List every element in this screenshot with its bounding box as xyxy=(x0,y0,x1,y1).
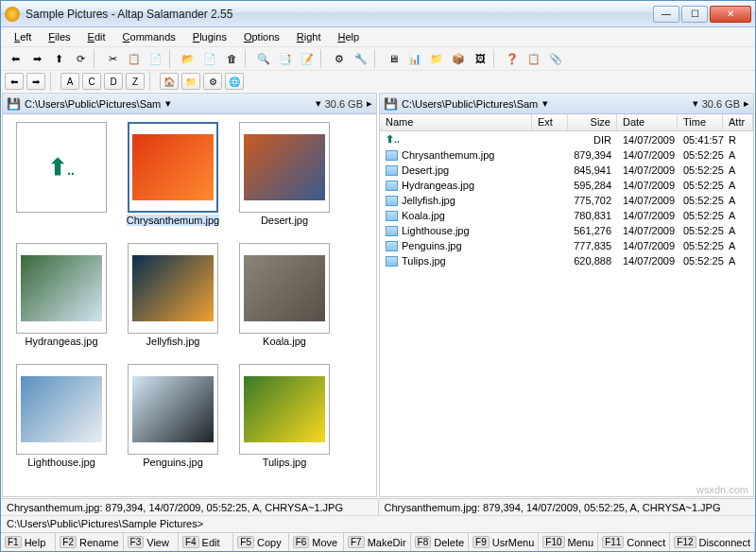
header-time[interactable]: Time xyxy=(678,114,723,130)
left-pathbar[interactable]: 💾 C:\Users\Public\Pictures\Sample Pictur… xyxy=(3,94,376,114)
toolbar-button-24[interactable]: 🖼 xyxy=(470,48,490,69)
fnkey-f11[interactable]: F11Connect xyxy=(598,533,670,551)
file-row[interactable]: Desert.jpg845,94114/07/200905:52:25A xyxy=(380,163,753,178)
header-name[interactable]: Name xyxy=(380,114,532,130)
file-time: 05:52:25 xyxy=(678,194,723,207)
header-size[interactable]: Size xyxy=(568,114,617,130)
file-time: 05:52:25 xyxy=(678,148,723,162)
thumb-item[interactable]: Lighthouse.jpg xyxy=(10,364,112,468)
fnkey-f1[interactable]: F1Help xyxy=(1,533,56,551)
menu-commands[interactable]: Commands xyxy=(115,29,183,44)
thumb-item[interactable]: Penguins.jpg xyxy=(122,364,224,468)
toolbar-button-9[interactable]: 📂 xyxy=(178,48,198,69)
menu-right[interactable]: Right xyxy=(289,29,329,44)
nav-button-1[interactable]: ➡ xyxy=(26,73,45,90)
drivebar-extra-0[interactable]: 🏠 xyxy=(160,73,179,90)
header-date[interactable]: Date xyxy=(617,114,678,130)
toolbar-button-1[interactable]: ➡ xyxy=(26,48,47,69)
toolbar-button-26[interactable]: ❓ xyxy=(502,48,523,69)
toolbar-button-13[interactable]: 🔍 xyxy=(253,48,274,69)
thumb-label: Koala.jpg xyxy=(263,336,306,347)
thumb-item[interactable]: Chrysanthemum.jpg xyxy=(122,122,224,226)
menu-plugins[interactable]: Plugins xyxy=(185,29,234,44)
toolbar-button-10[interactable]: 📄 xyxy=(199,48,220,69)
file-row[interactable]: Penguins.jpg777,83514/07/200905:52:25A xyxy=(380,238,753,253)
row-parent-dir[interactable]: ⬆..DIR14/07/200905:41:57R xyxy=(380,131,753,147)
thumb-item[interactable]: Koala.jpg xyxy=(233,243,335,347)
thumb-item[interactable]: Jellyfish.jpg xyxy=(122,243,224,347)
thumb-item[interactable]: Hydrangeas.jpg xyxy=(10,243,112,347)
toolbar-button-7[interactable]: 📄 xyxy=(146,48,166,69)
command-line[interactable]: C:\Users\Public\Pictures\Sample Pictures… xyxy=(1,515,755,532)
dropdown-icon[interactable]: ▾ xyxy=(316,97,321,110)
chevron-icon[interactable]: ▸ xyxy=(367,97,372,110)
fnkey-f9[interactable]: F9UsrMenu xyxy=(469,533,539,551)
drivebar-extra-2[interactable]: ⚙ xyxy=(203,73,222,90)
drive-d[interactable]: D xyxy=(104,73,123,90)
details-header[interactable]: Name Ext Size Date Time Attr xyxy=(380,114,753,131)
fnkey-f7[interactable]: F7MakeDir xyxy=(344,533,411,551)
drive-c[interactable]: C xyxy=(82,73,101,90)
thumb-item[interactable]: Desert.jpg xyxy=(233,122,335,226)
app-window: Sample Pictures - Altap Salamander 2.55 … xyxy=(0,0,756,552)
fnkey-f8[interactable]: F8Delete xyxy=(411,533,469,551)
dropdown-icon[interactable]: ▾ xyxy=(693,97,698,110)
filter-icon[interactable]: ▾ xyxy=(542,97,548,110)
toolbar-button-20[interactable]: 🖥 xyxy=(383,48,404,69)
menu-left[interactable]: Left xyxy=(7,29,39,44)
right-pathbar[interactable]: 💾 C:\Users\Public\Pictures\Sample Pictur… xyxy=(380,94,753,114)
file-row[interactable]: Hydrangeas.jpg595,28414/07/200905:52:25A xyxy=(380,178,753,193)
file-row[interactable]: Chrysanthemum.jpg879,39414/07/200905:52:… xyxy=(380,147,753,163)
minimize-button[interactable]: — xyxy=(653,6,679,23)
fnkey-f12[interactable]: F12Disconnect xyxy=(670,533,755,551)
key-badge: F9 xyxy=(472,536,490,548)
menubar: LeftFilesEditCommandsPluginsOptionsRight… xyxy=(1,27,755,46)
toolbar-button-27[interactable]: 📋 xyxy=(524,48,544,69)
drive-a[interactable]: A xyxy=(60,73,79,90)
menu-help[interactable]: Help xyxy=(331,29,368,44)
fnkey-label: Move xyxy=(312,537,337,548)
toolbar-button-3[interactable]: ⟳ xyxy=(70,48,91,69)
fnkey-f4[interactable]: F4Edit xyxy=(179,533,233,551)
file-row[interactable]: Jellyfish.jpg775,70214/07/200905:52:25A xyxy=(380,193,753,208)
chevron-icon[interactable]: ▸ xyxy=(744,97,749,110)
thumb-up[interactable]: ⬆.. xyxy=(10,122,112,226)
toolbar-button-11[interactable]: 🗑 xyxy=(221,48,242,69)
fnkey-f5[interactable]: F5Copy xyxy=(233,533,288,551)
fnkey-f6[interactable]: F6Move xyxy=(289,533,344,551)
file-attr: A xyxy=(723,164,753,177)
toolbar-button-18[interactable]: 🔧 xyxy=(351,48,371,69)
file-row[interactable]: Tulips.jpg620,88814/07/200905:52:25A xyxy=(380,253,753,268)
header-attr[interactable]: Attr xyxy=(723,114,753,130)
header-ext[interactable]: Ext xyxy=(532,114,568,130)
nav-button-0[interactable]: ⬅ xyxy=(5,73,24,90)
menu-options[interactable]: Options xyxy=(236,29,287,44)
toolbar-button-23[interactable]: 📦 xyxy=(448,48,469,69)
filter-icon[interactable]: ▾ xyxy=(165,97,171,110)
drivebar-extra-1[interactable]: 📁 xyxy=(181,73,200,90)
toolbar-button-2[interactable]: ⬆ xyxy=(48,48,69,69)
toolbar-button-17[interactable]: ⚙ xyxy=(329,48,350,69)
menu-files[interactable]: Files xyxy=(41,29,77,44)
drive-z[interactable]: Z xyxy=(126,73,145,90)
toolbar-button-14[interactable]: 📑 xyxy=(275,48,296,69)
toolbar-button-0[interactable]: ⬅ xyxy=(5,48,26,69)
drivebar-extra-3[interactable]: 🌐 xyxy=(225,73,244,90)
file-attr: A xyxy=(723,254,753,267)
toolbar-button-6[interactable]: 📋 xyxy=(124,48,145,69)
maximize-button[interactable]: ☐ xyxy=(681,6,708,23)
close-button[interactable]: ✕ xyxy=(710,6,751,23)
file-row[interactable]: Lighthouse.jpg561,27614/07/200905:52:25A xyxy=(380,223,753,238)
menu-edit[interactable]: Edit xyxy=(80,29,113,44)
toolbar-button-5[interactable]: ✂ xyxy=(102,48,123,69)
fnkey-label: Connect xyxy=(627,537,665,548)
fnkey-f3[interactable]: F3View xyxy=(124,533,179,551)
file-row[interactable]: Koala.jpg780,83114/07/200905:52:25A xyxy=(380,208,753,223)
toolbar-button-28[interactable]: 📎 xyxy=(545,48,566,69)
thumb-item[interactable]: Tulips.jpg xyxy=(233,364,335,468)
fnkey-f10[interactable]: F10Menu xyxy=(539,533,598,551)
toolbar-button-21[interactable]: 📊 xyxy=(404,48,425,69)
toolbar-button-22[interactable]: 📁 xyxy=(426,48,447,69)
fnkey-f2[interactable]: F2Rename xyxy=(56,533,123,551)
toolbar-button-15[interactable]: 📝 xyxy=(297,48,318,69)
